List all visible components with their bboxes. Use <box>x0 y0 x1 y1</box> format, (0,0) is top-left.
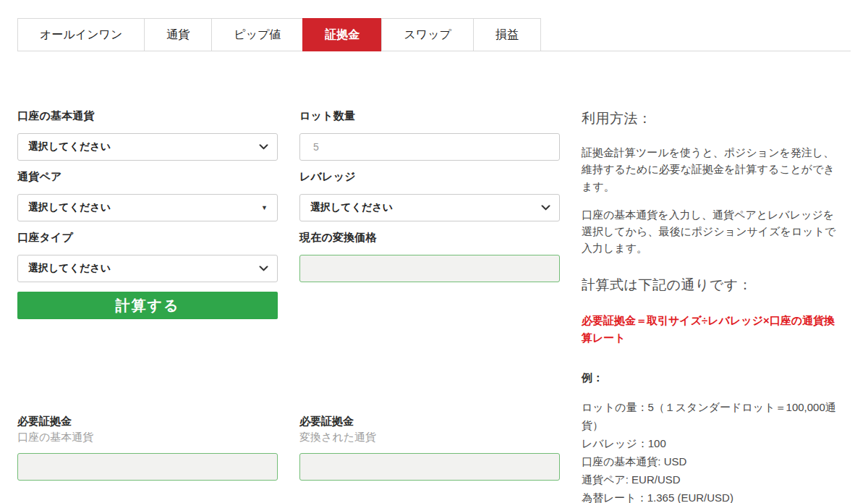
account-type-label: 口座タイプ <box>17 231 278 245</box>
calculator-content: 口座の基本通貨 選択してください 通貨ペア 選択してください ▼ 口座タイプ <box>17 109 851 503</box>
required-margin-converted-label: 必要証拠金 <box>299 415 560 428</box>
leverage-select[interactable]: 選択してください <box>299 194 560 221</box>
lot-quantity-field: ロット数量 <box>299 109 560 161</box>
tab-profit-loss[interactable]: 損益 <box>473 18 541 51</box>
required-margin-base-block: 必要証拠金 口座の基本通貨 <box>17 415 278 481</box>
select-value: 選択してください <box>28 201 111 214</box>
caret-down-icon: ▼ <box>261 205 268 211</box>
margin-calculator-page: オールインワン 通貨 ピップ値 証拠金 スワップ 損益 口座の基本通貨 選択して… <box>0 18 868 503</box>
example-line-lots: ロットの量：5（１スタンダードロット＝100,000通貨） <box>582 398 842 434</box>
example-heading: 例： <box>582 371 842 385</box>
tab-currency[interactable]: 通貨 <box>144 18 211 51</box>
required-margin-converted-block: 必要証拠金 変換された通貨 <box>299 415 560 481</box>
account-type-select[interactable]: 選択してください <box>17 255 278 282</box>
chevron-down-icon <box>259 144 268 150</box>
example-line-pair: 通貨ペア: EUR/USD <box>582 470 842 489</box>
usage-paragraph-1: 証拠金計算ツールを使うと、ポジションを発注し、維持するために必要な証拠金を計算す… <box>582 144 842 195</box>
chevron-down-icon <box>541 205 550 211</box>
tab-pip-value[interactable]: ピップ値 <box>211 18 302 51</box>
example-lines: ロットの量：5（１スタンダードロット＝100,000通貨） レバレッジ：100 … <box>582 398 842 503</box>
calculate-button[interactable]: 計算する <box>17 292 278 319</box>
required-margin-base-label: 必要証拠金 <box>17 415 278 428</box>
account-base-currency-field: 口座の基本通貨 選択してください <box>17 109 278 161</box>
usage-heading: 利用方法： <box>582 109 842 128</box>
example-line-base-currency: 口座の基本通貨: USD <box>582 452 842 470</box>
required-margin-base-output <box>17 453 278 481</box>
account-base-currency-select[interactable]: 選択してください <box>17 133 278 161</box>
calculator-tabs: オールインワン 通貨 ピップ値 証拠金 スワップ 損益 <box>17 18 851 51</box>
tab-margin[interactable]: 証拠金 <box>302 18 381 51</box>
lot-quantity-input[interactable] <box>299 133 560 161</box>
conversion-price-label: 現在の変換価格 <box>299 231 560 245</box>
select-value: 選択してください <box>28 262 111 275</box>
form-left-column: 口座の基本通貨 選択してください 通貨ペア 選択してください ▼ 口座タイプ <box>17 109 278 319</box>
conversion-price-output <box>299 255 560 282</box>
chevron-down-icon <box>259 266 268 271</box>
required-margin-base-sublabel: 口座の基本通貨 <box>17 431 278 444</box>
formula-text: 必要証拠金＝取引サイズ÷レバレッジ×口座の通貨換算レート <box>582 312 842 347</box>
example-line-rate: 為替レート：1.365 (EUR/USD) <box>582 489 842 503</box>
usage-info-column: 利用方法： 証拠金計算ツールを使うと、ポジションを発注し、維持するために必要な証… <box>582 109 842 503</box>
currency-pair-field: 通貨ペア 選択してください ▼ <box>17 170 278 221</box>
select-value: 選択してください <box>28 140 111 153</box>
tab-swap[interactable]: スワップ <box>381 18 473 51</box>
account-type-field: 口座タイプ 選択してください <box>17 231 278 282</box>
form-middle-column: ロット数量 レバレッジ 選択してください 現在の変換価格 <box>299 109 560 292</box>
formula-heading: 計算式は下記の通りです： <box>582 276 842 295</box>
required-margin-converted-sublabel: 変換された通貨 <box>299 431 560 444</box>
tab-all-in-one[interactable]: オールインワン <box>17 18 144 51</box>
required-margin-converted-output <box>299 453 560 481</box>
currency-pair-select[interactable]: 選択してください ▼ <box>17 194 278 221</box>
usage-paragraph-2: 口座の基本通貨を入力し、通貨ペアとレバレッジを選択してから、最後にポジションサイ… <box>582 206 842 257</box>
conversion-price-field: 現在の変換価格 <box>299 231 560 282</box>
lot-quantity-label: ロット数量 <box>299 109 560 123</box>
account-base-currency-label: 口座の基本通貨 <box>17 109 278 123</box>
currency-pair-label: 通貨ペア <box>17 170 278 184</box>
example-line-leverage: レバレッジ：100 <box>582 434 842 452</box>
leverage-label: レバレッジ <box>299 170 560 184</box>
leverage-field: レバレッジ 選択してください <box>299 170 560 221</box>
select-value: 選択してください <box>310 201 393 214</box>
